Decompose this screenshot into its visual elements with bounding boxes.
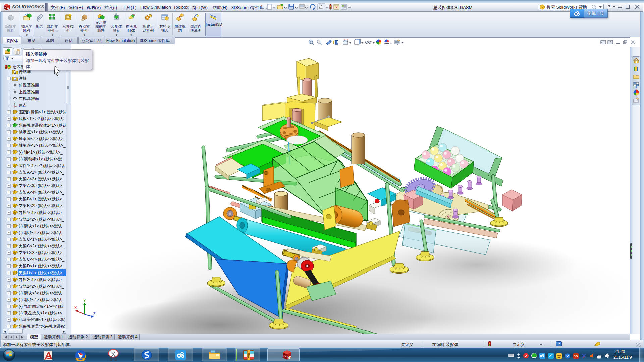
svg-text:Y: Y xyxy=(83,298,86,302)
svg-text:S: S xyxy=(283,354,286,358)
svg-text:?: ? xyxy=(541,5,544,9)
svg-text:S: S xyxy=(4,6,6,9)
svg-text:A: A xyxy=(14,78,16,81)
svg-text:X: X xyxy=(74,306,77,310)
svg-text:W: W xyxy=(287,355,291,359)
svg-text:Z: Z xyxy=(93,312,96,316)
svg-text:W: W xyxy=(7,7,9,9)
svg-text:3D: 3D xyxy=(574,355,578,358)
